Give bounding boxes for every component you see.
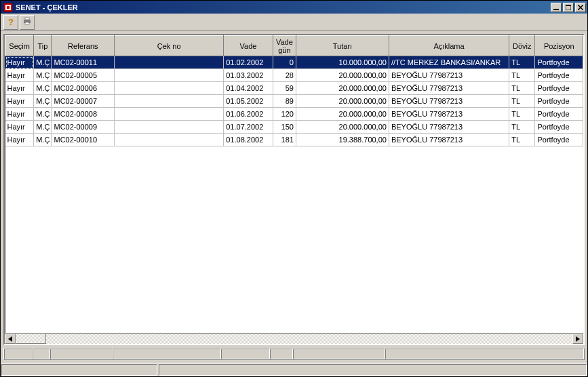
cell-tip[interactable]: M.Ç — [34, 134, 52, 146]
close-button[interactable] — [575, 3, 586, 12]
cell-aciklama[interactable]: BEYOĞLU 77987213 — [389, 82, 509, 95]
cell-referans[interactable]: MC02-00006 — [52, 82, 115, 95]
cell-vade[interactable]: 01.02.2002 — [224, 56, 273, 69]
column-header-doviz[interactable]: Döviz — [509, 36, 535, 56]
cell-referans[interactable]: MC02-00009 — [52, 121, 115, 134]
cell-aciklama[interactable]: //TC MERKEZ BANKASI/ANKAR — [389, 56, 509, 69]
cell-vade[interactable]: 01.07.2002 — [224, 121, 273, 134]
cell-tip[interactable]: M.Ç — [34, 108, 52, 121]
cell-pozisyon[interactable]: Portfoyde — [535, 82, 583, 95]
cell-vadegun[interactable]: 150 — [273, 121, 296, 134]
table-row[interactable]: HayırM.ÇMC02-0000701.05.20028920.000.000… — [5, 95, 583, 108]
cell-vade[interactable]: 01.03.2002 — [224, 69, 273, 82]
cell-aciklama[interactable]: BEYOĞLU 77987213 — [389, 69, 509, 82]
column-header-tutari[interactable]: Tutarı — [296, 36, 389, 56]
cell-aciklama[interactable]: BEYOĞLU 77987213 — [389, 134, 509, 146]
cell-pozisyon[interactable]: Portfoyde — [535, 69, 583, 82]
cell-secim[interactable]: Hayır — [5, 108, 34, 121]
cell-vadegun[interactable]: 59 — [273, 82, 296, 95]
cell-secim[interactable]: Hayır — [5, 69, 34, 82]
cell-tutari[interactable]: 20.000.000,00 — [296, 121, 389, 134]
table-row[interactable]: HayırM.ÇMC02-0000501.03.20022820.000.000… — [5, 69, 583, 82]
cell-vadegun[interactable]: 120 — [273, 108, 296, 121]
cell-tip[interactable]: M.Ç — [34, 56, 52, 69]
cell-referans[interactable]: MC02-00008 — [52, 108, 115, 121]
cell-pozisyon[interactable]: Portfoyde — [535, 121, 583, 134]
cell-aciklama[interactable]: BEYOĞLU 77987213 — [389, 108, 509, 121]
table-row[interactable]: HayırM.ÇMC02-0000901.07.200215020.000.00… — [5, 121, 583, 134]
cell-doviz[interactable]: TL — [509, 108, 535, 121]
cell-vade[interactable]: 01.08.2002 — [224, 134, 273, 146]
cell-vade[interactable]: 01.05.2002 — [224, 95, 273, 108]
cell-referans[interactable]: MC02-00010 — [52, 134, 115, 146]
cell-secim[interactable]: Hayır — [5, 56, 34, 69]
column-header-secim[interactable]: Seçim — [5, 36, 34, 56]
cell-vade[interactable]: 01.04.2002 — [224, 82, 273, 95]
cell-tip[interactable]: M.Ç — [34, 121, 52, 134]
scroll-left-button[interactable] — [5, 334, 16, 344]
cell-tip[interactable]: M.Ç — [34, 95, 52, 108]
cell-secim[interactable]: Hayır — [5, 121, 34, 134]
cell-vadegun[interactable]: 28 — [273, 69, 296, 82]
column-header-vadegun[interactable]: Vadegün — [273, 36, 296, 56]
scroll-right-button[interactable] — [572, 334, 583, 344]
cell-tutari[interactable]: 19.388.700,00 — [296, 134, 389, 146]
cell-tip[interactable]: M.Ç — [34, 82, 52, 95]
column-header-tip[interactable]: Tip — [34, 36, 52, 56]
cell-cekno[interactable] — [115, 82, 224, 95]
cell-tutari[interactable]: 20.000.000,00 — [296, 82, 389, 95]
cell-secim[interactable]: Hayır — [5, 134, 34, 146]
cell-pozisyon[interactable]: Portfoyde — [535, 134, 583, 146]
cell-referans[interactable]: MC02-00005 — [52, 69, 115, 82]
cell-tutari[interactable]: 20.000.000,00 — [296, 69, 389, 82]
help-button[interactable]: ? — [3, 15, 18, 30]
cell-vadegun[interactable]: 181 — [273, 134, 296, 146]
table-row[interactable]: HayırM.ÇMC02-0000601.04.20025920.000.000… — [5, 82, 583, 95]
cell-cekno[interactable] — [115, 134, 224, 146]
scroll-thumb[interactable] — [16, 334, 46, 344]
cell-doviz[interactable]: TL — [509, 95, 535, 108]
table-row[interactable]: HayırM.ÇMC02-0000801.06.200212020.000.00… — [5, 108, 583, 121]
titlebar[interactable]: SENET - ÇEKLER — [1, 1, 587, 14]
cell-cekno[interactable] — [115, 69, 224, 82]
cell-tutari[interactable]: 20.000.000,00 — [296, 95, 389, 108]
cell-aciklama[interactable]: BEYOĞLU 77987213 — [389, 95, 509, 108]
cell-cekno[interactable] — [115, 108, 224, 121]
cell-tutari[interactable]: 20.000.000,00 — [296, 108, 389, 121]
cell-vade[interactable]: 01.06.2002 — [224, 108, 273, 121]
maximize-button[interactable] — [563, 3, 574, 12]
cell-doviz[interactable]: TL — [509, 121, 535, 134]
horizontal-scrollbar[interactable] — [5, 333, 583, 344]
cell-cekno[interactable] — [115, 56, 224, 69]
column-header-cekno[interactable]: Çek no — [115, 36, 224, 56]
cell-pozisyon[interactable]: Portfoyde — [535, 56, 583, 69]
cell-pozisyon[interactable]: Portfoyde — [535, 95, 583, 108]
table-row[interactable]: HayırM.ÇMC02-0001001.08.200218119.388.70… — [5, 134, 583, 146]
column-header-pozisyon[interactable]: Pozisyon — [535, 36, 583, 56]
cell-vadegun[interactable]: 0 — [273, 56, 296, 69]
data-grid[interactable]: SeçimTipReferansÇek noVadeVadegünTutarıA… — [3, 34, 585, 345]
cell-cekno[interactable] — [115, 95, 224, 108]
cell-cekno[interactable] — [115, 121, 224, 134]
cell-doviz[interactable]: TL — [509, 56, 535, 69]
cell-tutari[interactable]: 10.000.000,00 — [296, 56, 389, 69]
minimize-button[interactable] — [551, 3, 562, 12]
cell-doviz[interactable]: TL — [509, 134, 535, 146]
cell-pozisyon[interactable]: Portfoyde — [535, 108, 583, 121]
cell-vadegun[interactable]: 89 — [273, 95, 296, 108]
print-button[interactable] — [20, 15, 35, 30]
scroll-track[interactable] — [16, 334, 572, 344]
table-row[interactable]: HayırM.ÇMC02-0001101.02.2002010.000.000,… — [5, 56, 583, 69]
cell-doviz[interactable]: TL — [509, 69, 535, 82]
column-header-aciklama[interactable]: Açıklama — [389, 36, 509, 56]
cell-tip[interactable]: M.Ç — [34, 69, 52, 82]
cell-secim[interactable]: Hayır — [5, 95, 34, 108]
client-area: SeçimTipReferansÇek noVadeVadegünTutarıA… — [1, 31, 587, 363]
cell-referans[interactable]: MC02-00011 — [52, 56, 115, 69]
cell-doviz[interactable]: TL — [509, 82, 535, 95]
cell-referans[interactable]: MC02-00007 — [52, 95, 115, 108]
cell-secim[interactable]: Hayır — [5, 82, 34, 95]
column-header-vade[interactable]: Vade — [224, 36, 273, 56]
column-header-referans[interactable]: Referans — [52, 36, 115, 56]
cell-aciklama[interactable]: BEYOĞLU 77987213 — [389, 121, 509, 134]
